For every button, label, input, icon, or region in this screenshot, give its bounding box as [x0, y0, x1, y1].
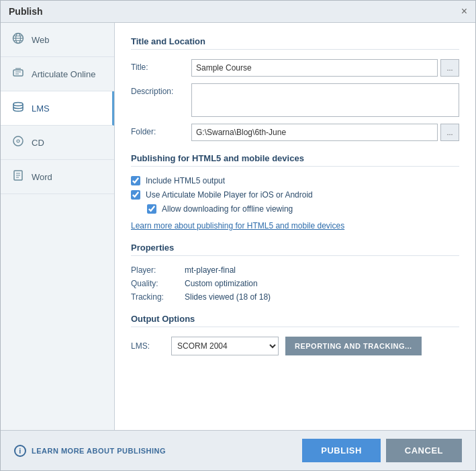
lms-select[interactable]: SCORM 2004 SCORM 1.2 AICC xAPI (Tin Can)	[171, 337, 279, 355]
quality-value: Custom optimization	[185, 279, 258, 288]
close-button[interactable]: ×	[461, 6, 467, 17]
publish-dialog: Publish × Web	[0, 0, 476, 471]
articulate-online-icon	[11, 67, 25, 81]
reporting-tracking-button[interactable]: REPORTING AND TRACKING...	[285, 337, 422, 355]
tracking-value: Slides viewed (18 of 18)	[185, 292, 271, 302]
html5-checkbox-row[interactable]: Include HTML5 output	[131, 176, 459, 185]
learn-more-footer[interactable]: i LEARN MORE ABOUT PUBLISHING	[14, 445, 166, 457]
quality-row: Quality: Custom optimization	[131, 279, 459, 288]
sidebar-item-articulate-online[interactable]: Articulate Online	[1, 57, 114, 91]
sidebar: Web Articulate Online	[1, 23, 115, 430]
title-location-section-header: Title and Location	[131, 36, 459, 50]
sidebar-item-web[interactable]: Web	[1, 23, 114, 57]
player-label: Player:	[131, 265, 185, 275]
folder-browse-button[interactable]: ...	[440, 124, 459, 141]
title-input[interactable]	[191, 59, 438, 77]
web-icon	[11, 32, 25, 47]
properties-section-header: Properties	[131, 243, 459, 256]
mobile-checkbox[interactable]	[131, 190, 140, 200]
html5-checkbox[interactable]	[131, 176, 140, 185]
sidebar-item-articulate-label: Articulate Online	[32, 69, 95, 79]
cancel-button[interactable]: CANCEL	[386, 439, 462, 462]
properties-section: Properties Player: mt-player-final Quali…	[131, 243, 459, 302]
title-field-container: ...	[191, 59, 459, 77]
svg-point-10	[13, 136, 23, 146]
cd-icon	[11, 135, 25, 150]
folder-label: Folder:	[131, 124, 191, 136]
dialog-titlebar: Publish ×	[1, 1, 475, 23]
title-browse-button[interactable]: ...	[440, 59, 459, 77]
lms-label: LMS:	[131, 341, 164, 351]
folder-input[interactable]	[191, 124, 438, 141]
lms-row: LMS: SCORM 2004 SCORM 1.2 AICC xAPI (Tin…	[131, 337, 459, 355]
description-input[interactable]	[191, 83, 459, 117]
title-label: Title:	[131, 59, 191, 72]
output-section-header: Output Options	[131, 314, 459, 327]
html5-section: Publishing for HTML5 and mobile devices …	[131, 153, 459, 230]
player-row: Player: mt-player-final	[131, 265, 459, 275]
description-label: Description:	[131, 83, 191, 96]
offline-checkbox-row[interactable]: Allow downloading for offline viewing	[147, 204, 459, 214]
folder-row: Folder: ...	[131, 124, 459, 141]
dialog-body: Web Articulate Online	[1, 23, 475, 430]
dialog-title: Publish	[9, 6, 43, 17]
output-section: Output Options LMS: SCORM 2004 SCORM 1.2…	[131, 314, 459, 355]
mobile-checkbox-label: Use Articulate Mobile Player for iOS or …	[146, 190, 313, 200]
offline-checkbox-label: Allow downloading for offline viewing	[162, 204, 293, 214]
tracking-label: Tracking:	[131, 292, 185, 302]
quality-label: Quality:	[131, 279, 185, 288]
word-icon	[11, 169, 25, 184]
sidebar-item-web-label: Web	[32, 35, 50, 45]
info-icon: i	[14, 445, 26, 457]
main-content: Title and Location Title: ... Descriptio…	[115, 23, 475, 430]
sidebar-item-lms[interactable]: LMS	[1, 91, 114, 126]
html5-section-header: Publishing for HTML5 and mobile devices	[131, 153, 459, 167]
sidebar-item-cd[interactable]: CD	[1, 126, 114, 160]
svg-point-9	[13, 103, 23, 106]
learn-more-footer-label: LEARN MORE ABOUT PUBLISHING	[32, 447, 166, 455]
sidebar-item-cd-label: CD	[32, 138, 44, 148]
offline-checkbox[interactable]	[147, 204, 156, 214]
lms-icon	[11, 101, 25, 116]
sidebar-item-word[interactable]: Word	[1, 160, 114, 194]
player-value: mt-player-final	[185, 265, 236, 275]
sidebar-item-word-label: Word	[32, 172, 52, 182]
footer-buttons: PUBLISH CANCEL	[302, 439, 462, 462]
title-row: Title: ...	[131, 59, 459, 77]
dialog-footer: i LEARN MORE ABOUT PUBLISHING PUBLISH CA…	[1, 430, 475, 470]
sidebar-item-lms-label: LMS	[32, 103, 50, 114]
html5-learn-more-link[interactable]: Learn more about publishing for HTML5 an…	[131, 221, 344, 230]
html5-checkbox-label: Include HTML5 output	[146, 176, 225, 185]
description-row: Description:	[131, 83, 459, 117]
svg-rect-5	[13, 70, 23, 76]
description-field-container	[191, 83, 459, 117]
tracking-row: Tracking: Slides viewed (18 of 18)	[131, 292, 459, 302]
publish-button[interactable]: PUBLISH	[302, 439, 381, 462]
svg-point-11	[17, 140, 19, 142]
mobile-checkbox-row[interactable]: Use Articulate Mobile Player for iOS or …	[131, 190, 459, 200]
folder-field-container: ...	[191, 124, 459, 141]
